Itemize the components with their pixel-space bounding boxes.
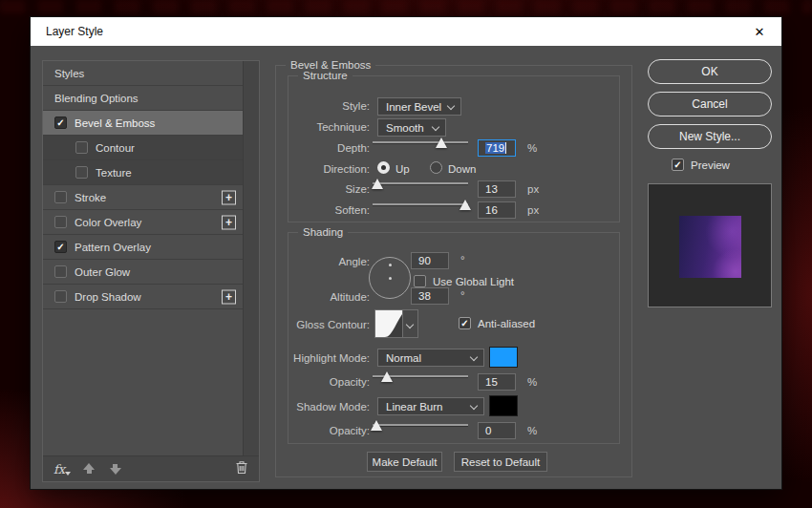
sidebar-item-label: Texture [96,167,132,179]
reset-to-default-button[interactable]: Reset to Default [454,452,547,472]
style-label: Style: [288,100,370,112]
angle-dial[interactable] [369,257,411,299]
style-dropdown[interactable]: Inner Bevel [377,97,461,116]
ok-button[interactable]: OK [648,59,772,84]
checkbox-checked-icon[interactable]: ✓ [54,241,67,253]
sidebar-item-label: Pattern Overlay [75,242,151,253]
depth-label: Depth: [288,142,370,154]
altitude-label: Altitude: [288,291,370,303]
shadow-opacity-value: 0 [485,425,491,436]
gloss-contour-thumbnail[interactable] [374,309,403,338]
sidebar-item-texture[interactable]: Texture [43,160,243,185]
highlight-mode-label: Highlight Mode: [288,352,370,364]
angle-input[interactable]: 90 [411,252,449,269]
slider-thumb[interactable] [372,179,383,189]
dial-angle-dot [389,264,392,266]
sidebar-item-bevel-emboss[interactable]: ✓ Bevel & Emboss [43,111,243,136]
sidebar-item-styles[interactable]: Styles [43,61,243,86]
checkbox-unchecked[interactable] [54,265,67,278]
slider-track[interactable] [373,182,468,184]
chevron-down-icon [432,123,439,131]
close-icon[interactable]: ✕ [737,17,781,46]
soften-input-value: 16 [485,204,498,216]
make-default-button[interactable]: Make Default [367,452,442,472]
size-slider[interactable] [373,177,468,190]
direction-down-radio[interactable] [430,161,442,174]
shading-section-title: Shading [298,226,348,238]
altitude-input[interactable]: 38 [411,287,449,305]
cancel-button[interactable]: Cancel [648,92,772,116]
checkbox-unchecked[interactable] [54,191,67,203]
size-input[interactable]: 13 [478,180,516,198]
depth-slider[interactable] [373,136,468,149]
preview-label: Preview [691,159,730,171]
sidebar-item-contour[interactable]: Contour [43,136,243,160]
sidebar-item-outer-glow[interactable]: Outer Glow [43,260,243,285]
delete-effect-icon[interactable] [235,460,248,478]
direction-down-label: Down [448,163,476,175]
shadow-mode-value: Linear Burn [386,401,442,413]
sidebar-item-pattern-overlay[interactable]: ✓ Pattern Overlay [43,235,243,260]
slider-track[interactable] [373,424,468,426]
soften-label: Soften: [288,204,370,216]
sidebar-item-drop-shadow[interactable]: Drop Shadow + [43,285,243,309]
background-blur-texture [0,0,812,13]
highlight-color-swatch[interactable] [489,347,518,368]
move-effect-up-icon[interactable] [82,462,96,476]
soften-input[interactable]: 16 [478,201,516,219]
fx-menu-icon[interactable]: fx [53,462,65,476]
add-instance-icon[interactable]: + [222,190,236,204]
layer-style-dialog: Layer Style ✕ Styles Blending Options ✓ … [31,17,781,489]
direction-up-radio[interactable] [377,161,390,174]
soften-slider[interactable] [373,198,468,211]
sidebar-item-label: Bevel & Emboss [75,117,155,129]
checkbox-unchecked[interactable] [75,141,88,154]
shadow-mode-dropdown[interactable]: Linear Burn [377,397,484,415]
direction-label: Direction: [288,163,370,175]
technique-dropdown[interactable]: Smooth [377,118,446,137]
soften-unit: px [527,204,539,216]
shadow-opacity-input[interactable]: 0 [478,422,516,439]
checkbox-unchecked[interactable] [54,216,67,228]
slider-track[interactable] [373,141,468,143]
bevel-emboss-panel: Bevel & Emboss Structure Style: Inner Be… [275,65,632,477]
slider-thumb[interactable] [371,420,382,431]
use-global-light-checkbox[interactable] [414,275,426,287]
slider-thumb[interactable] [459,200,471,210]
preview-checkbox[interactable]: ✓ [672,159,684,171]
angle-label: Angle: [288,256,370,267]
preview-toggle: ✓ Preview [672,159,730,171]
sidebar-item-blending-options[interactable]: Blending Options [43,86,243,111]
chevron-down-icon [406,321,414,328]
add-instance-icon[interactable]: + [222,215,236,229]
technique-dropdown-value: Smooth [386,122,424,134]
gloss-contour-dropdown[interactable] [403,309,418,338]
highlight-opacity-input[interactable]: 15 [478,373,516,391]
sidebar-item-label: Outer Glow [75,266,130,278]
move-effect-down-icon[interactable] [109,462,122,476]
shadow-opacity-slider[interactable] [373,418,468,432]
highlight-opacity-slider[interactable] [373,370,468,383]
new-style-button[interactable]: New Style... [648,124,772,149]
slider-track[interactable] [373,203,468,205]
shadow-color-swatch[interactable] [489,395,518,416]
depth-input[interactable]: 719 [478,139,516,157]
checkbox-checked-icon[interactable]: ✓ [54,116,67,129]
highlight-opacity-unit: % [527,376,537,388]
sidebar-item-stroke[interactable]: Stroke + [43,185,243,210]
structure-section-title: Structure [298,70,353,81]
angle-input-value: 90 [418,255,431,266]
add-instance-icon[interactable]: + [222,289,236,304]
sidebar-item-label: Drop Shadow [75,291,141,303]
slider-thumb[interactable] [436,138,447,148]
chevron-down-icon [470,353,478,361]
highlight-mode-dropdown[interactable]: Normal [377,349,484,367]
checkbox-unchecked[interactable] [54,290,67,303]
angle-unit: ° [460,254,465,265]
checkbox-unchecked[interactable] [75,166,88,179]
slider-thumb[interactable] [381,371,393,382]
sidebar-item-color-overlay[interactable]: Color Overlay + [43,210,243,235]
size-unit: px [527,183,539,195]
sidebar-item-label: Blending Options [54,93,139,104]
anti-aliased-checkbox[interactable]: ✓ [459,317,471,329]
